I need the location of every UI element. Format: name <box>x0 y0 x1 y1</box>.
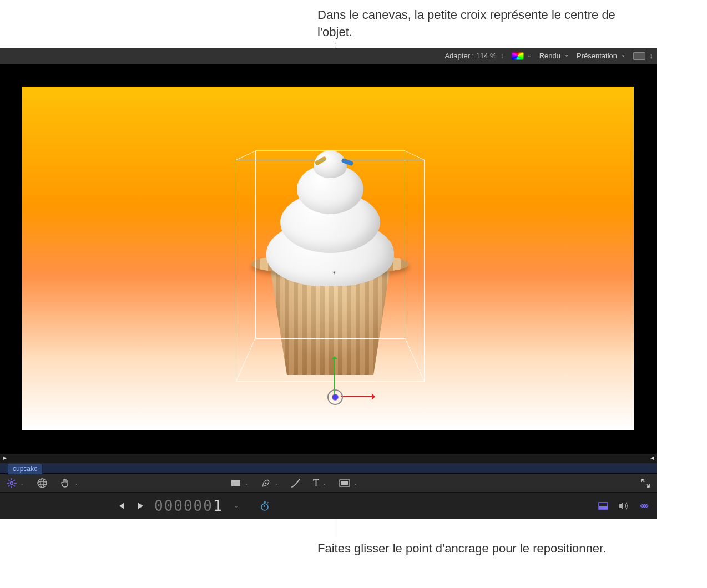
render-menu[interactable]: Rendu <box>539 52 569 60</box>
svg-rect-4 <box>231 480 240 486</box>
timecode-current-frame: 1 <box>213 498 223 514</box>
zoom-level-stepper[interactable]: Adapter : 114 % <box>445 52 503 60</box>
hand-icon <box>60 478 71 489</box>
timecode-menu[interactable] <box>233 501 239 510</box>
text-tool[interactable]: T <box>313 478 327 489</box>
in-point-marker-icon[interactable]: ▸ <box>3 454 7 462</box>
color-wheel-icon <box>512 52 524 60</box>
bezier-pen-tool[interactable] <box>261 478 279 488</box>
aspect-rect-icon <box>633 52 645 60</box>
render-menu-label: Rendu <box>539 52 560 60</box>
expand-arrows-icon <box>640 478 650 488</box>
show-keyframes-button[interactable] <box>638 502 650 510</box>
text-t-icon: T <box>313 478 319 489</box>
mini-timeline-ruler[interactable]: ▸ ◂ <box>0 454 657 463</box>
anchor-z-dot-icon <box>332 394 338 400</box>
color-channels-menu[interactable] <box>512 52 532 60</box>
timeline-panel-icon <box>598 502 608 510</box>
stopwatch-button[interactable] <box>260 501 270 511</box>
chevron-down-icon <box>273 479 279 488</box>
aspect-ratio-menu[interactable] <box>633 52 653 60</box>
timecode-prefix: 000000 <box>154 498 213 514</box>
view-menu[interactable]: Présentation <box>577 52 625 60</box>
svg-rect-7 <box>341 481 348 485</box>
chevron-down-icon <box>352 479 358 488</box>
rectangle-shape-tool[interactable] <box>231 479 249 488</box>
clip-label: cupcake <box>13 465 38 473</box>
view-menu-label: Présentation <box>577 52 617 60</box>
chevron-down-icon <box>321 479 327 488</box>
3d-sphere-icon <box>37 478 48 489</box>
3d-transform-tool[interactable] <box>37 478 48 489</box>
speaker-icon <box>618 501 628 510</box>
canvas-area[interactable] <box>0 64 657 454</box>
canvas-viewport[interactable] <box>22 87 634 430</box>
svg-point-1 <box>38 479 47 488</box>
pen-nib-icon <box>261 478 271 488</box>
timecode-display[interactable]: 0000001 <box>154 498 223 514</box>
anchor-point-handle[interactable] <box>327 389 344 406</box>
y-axis-arrow-icon[interactable] <box>334 358 335 394</box>
play-button[interactable] <box>135 501 144 510</box>
mini-timeline-track[interactable]: cupcake <box>0 463 657 474</box>
callout-anchor-drag: Faites glisser le point d'ancrage pour l… <box>317 540 650 557</box>
stopwatch-icon <box>260 501 270 511</box>
chevron-down-icon <box>19 479 24 488</box>
svg-point-5 <box>265 483 267 484</box>
svg-point-2 <box>38 481 47 485</box>
chevron-down-icon <box>233 501 239 510</box>
bounding-box-front[interactable] <box>236 160 425 382</box>
timeline-clip[interactable]: cupcake <box>8 464 43 474</box>
show-audio-button[interactable] <box>618 501 628 510</box>
brush-stroke-icon <box>291 478 301 488</box>
svg-rect-10 <box>599 506 608 509</box>
fullscreen-toggle[interactable] <box>640 478 650 488</box>
show-timeline-button[interactable] <box>598 502 608 510</box>
keyframe-diamonds-icon <box>638 502 650 510</box>
canvas-top-toolbar: Adapter : 114 % Rendu Présentation <box>0 48 657 64</box>
x-axis-arrow-icon[interactable] <box>341 396 373 397</box>
paint-stroke-tool[interactable] <box>291 478 301 488</box>
rectangle-icon <box>231 479 241 487</box>
canvas-toolbar: T <box>0 474 657 493</box>
object-center-cross-icon <box>332 271 336 275</box>
svg-point-0 <box>11 482 13 485</box>
chevron-down-icon <box>526 52 532 60</box>
anchor-point-icon <box>7 478 17 488</box>
anchor-point-tool[interactable] <box>7 478 24 488</box>
out-point-marker-icon[interactable]: ◂ <box>650 454 654 462</box>
go-to-start-button[interactable] <box>117 501 125 510</box>
motion-viewer-window: Adapter : 114 % Rendu Présentation <box>0 48 657 519</box>
callout-center-cross: Dans le canevas, la petite croix représe… <box>317 7 650 41</box>
zoom-level-label: Adapter : 114 % <box>445 52 496 60</box>
transport-bar: 0000001 <box>0 493 657 519</box>
chevron-down-icon <box>73 479 79 488</box>
mask-rect-icon <box>339 479 350 487</box>
mask-shape-tool[interactable] <box>339 479 358 488</box>
svg-point-3 <box>41 479 44 488</box>
pan-tool[interactable] <box>60 478 79 489</box>
chevron-down-icon <box>243 479 249 488</box>
